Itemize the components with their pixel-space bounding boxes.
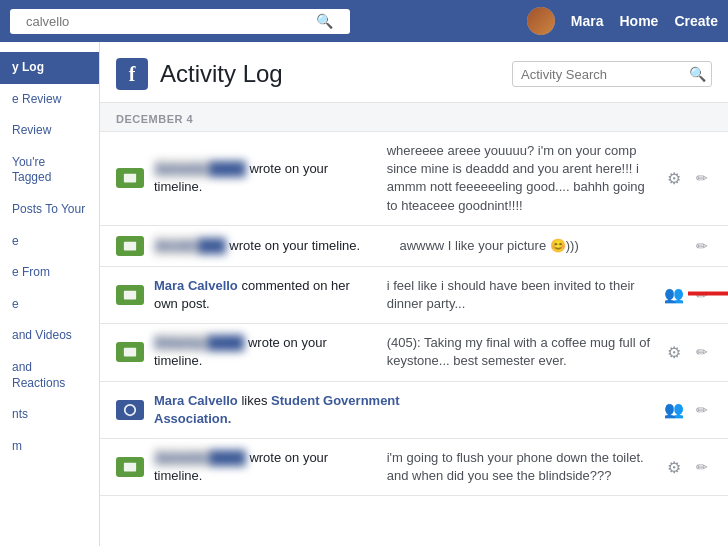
facebook-logo: f <box>116 58 148 90</box>
svg-rect-5 <box>124 348 136 357</box>
sidebar: y Log e Review Review You're Tagged Post… <box>0 42 100 546</box>
activity-row: Jameela ████ wrote on your timeline. whe… <box>100 132 728 226</box>
activity-icon-green <box>116 236 144 256</box>
activity-search-input[interactable] <box>521 67 689 82</box>
sidebar-item-e1[interactable]: e <box>0 226 99 258</box>
activity-text: Mara Calvello likes Student Government A… <box>154 392 460 428</box>
activity-subject-link[interactable]: Mara Calvello <box>154 278 238 293</box>
activity-actions: ⚙ ✏ <box>664 168 712 188</box>
people-icon[interactable]: 👥 <box>664 285 684 305</box>
activity-message: i feel like i should have been invited t… <box>377 277 664 313</box>
sidebar-item-m[interactable]: m <box>0 431 99 463</box>
page-wrapper: y Log e Review Review You're Tagged Post… <box>0 42 728 546</box>
svg-rect-0 <box>124 174 136 183</box>
sidebar-item-e2[interactable]: e <box>0 289 99 321</box>
nav-home-link[interactable]: Home <box>620 13 659 29</box>
activity-message: i'm going to flush your phone down the t… <box>377 449 664 485</box>
nav-search-input[interactable] <box>16 9 316 34</box>
svg-rect-2 <box>124 291 136 300</box>
nav-right-section: Mara Home Create <box>527 7 718 35</box>
activity-text: Jameela ████ wrote on your timeline. <box>154 449 377 485</box>
sidebar-item-reactions[interactable]: and Reactions <box>0 352 99 399</box>
sidebar-item-nts[interactable]: nts <box>0 399 99 431</box>
sidebar-item-posts[interactable]: Posts To Your <box>0 194 99 226</box>
activity-actions: ⚙ ✏ <box>664 457 712 477</box>
activity-list: Jameela ████ wrote on your timeline. whe… <box>100 132 728 496</box>
sidebar-item-from[interactable]: e From <box>0 257 99 289</box>
gear-icon[interactable]: ⚙ <box>664 457 684 477</box>
activity-message: whereeee areee youuuu? i'm on your comp … <box>377 142 664 215</box>
activity-actions: ⚙ ✏ <box>664 342 712 362</box>
main-content: f Activity Log 🔍 DECEMBER 4 Jameela ████… <box>100 42 728 546</box>
activity-row-highlighted: Mara Calvello commented on her own post.… <box>100 267 728 324</box>
nav-user-name[interactable]: Mara <box>571 13 604 29</box>
activity-row: Delaney ████ wrote on your timeline. (40… <box>100 324 728 381</box>
activity-icon-blue <box>116 400 144 420</box>
pencil-icon[interactable]: ✏ <box>692 400 712 420</box>
pencil-icon[interactable]: ✏ <box>692 342 712 362</box>
activity-text: Jenski ███ wrote on your timeline. <box>154 237 389 255</box>
activity-icon-green <box>116 457 144 477</box>
content-header: f Activity Log 🔍 <box>100 42 728 103</box>
people-icon[interactable]: 👥 <box>664 400 684 420</box>
sidebar-item-activity-log[interactable]: y Log <box>0 52 99 84</box>
activity-search-wrapper[interactable]: 🔍 <box>512 61 712 87</box>
svg-rect-1 <box>124 241 136 250</box>
header-left: f Activity Log <box>116 58 283 90</box>
gear-icon[interactable]: ⚙ <box>664 168 684 188</box>
date-divider: DECEMBER 4 <box>100 103 728 132</box>
activity-text: Jameela ████ wrote on your timeline. <box>154 160 377 196</box>
activity-search-icon[interactable]: 🔍 <box>689 66 706 82</box>
activity-message: (405): Taking my final with a coffee mug… <box>377 334 664 370</box>
svg-rect-6 <box>124 463 136 472</box>
activity-actions: 👥 ✏ <box>664 400 712 420</box>
activity-row: Jameela ████ wrote on your timeline. i'm… <box>100 439 728 496</box>
pencil-icon[interactable]: ✏ <box>692 168 712 188</box>
activity-actions: ✏ <box>692 236 712 256</box>
gear-icon[interactable]: ⚙ <box>664 342 684 362</box>
activity-row: Mara Calvello likes Student Government A… <box>100 382 728 439</box>
activity-subject-link[interactable]: Delaney ████ <box>154 335 244 350</box>
avatar <box>527 7 555 35</box>
activity-row: Jenski ███ wrote on your timeline. awwww… <box>100 226 728 267</box>
activity-subject-link[interactable]: Jenski ███ <box>154 238 226 253</box>
sidebar-item-tagged[interactable]: You're Tagged <box>0 147 99 194</box>
pencil-icon[interactable]: ✏ <box>692 285 712 305</box>
top-navigation: 🔍 Mara Home Create <box>0 0 728 42</box>
activity-subject-link[interactable]: Jameela ████ <box>154 161 246 176</box>
activity-subject-link[interactable]: Jameela ████ <box>154 450 246 465</box>
pencil-icon[interactable]: ✏ <box>692 457 712 477</box>
sidebar-item-videos[interactable]: and Videos <box>0 320 99 352</box>
activity-icon-green <box>116 285 144 305</box>
sidebar-item-review2[interactable]: Review <box>0 115 99 147</box>
activity-icon-green <box>116 342 144 362</box>
page-title: Activity Log <box>160 60 283 88</box>
nav-search-wrapper[interactable]: 🔍 <box>10 9 350 34</box>
nav-create-link[interactable]: Create <box>674 13 718 29</box>
activity-icon-green <box>116 168 144 188</box>
activity-subject-link[interactable]: Mara Calvello <box>154 393 238 408</box>
nav-search-icon[interactable]: 🔍 <box>316 13 333 29</box>
activity-actions: 👥 ✏ <box>664 285 712 305</box>
activity-text: Mara Calvello commented on her own post. <box>154 277 377 313</box>
activity-text: Delaney ████ wrote on your timeline. <box>154 334 377 370</box>
pencil-icon[interactable]: ✏ <box>692 236 712 256</box>
sidebar-item-review1[interactable]: e Review <box>0 84 99 116</box>
activity-message: awwww I like your picture 😊))) <box>389 237 692 255</box>
